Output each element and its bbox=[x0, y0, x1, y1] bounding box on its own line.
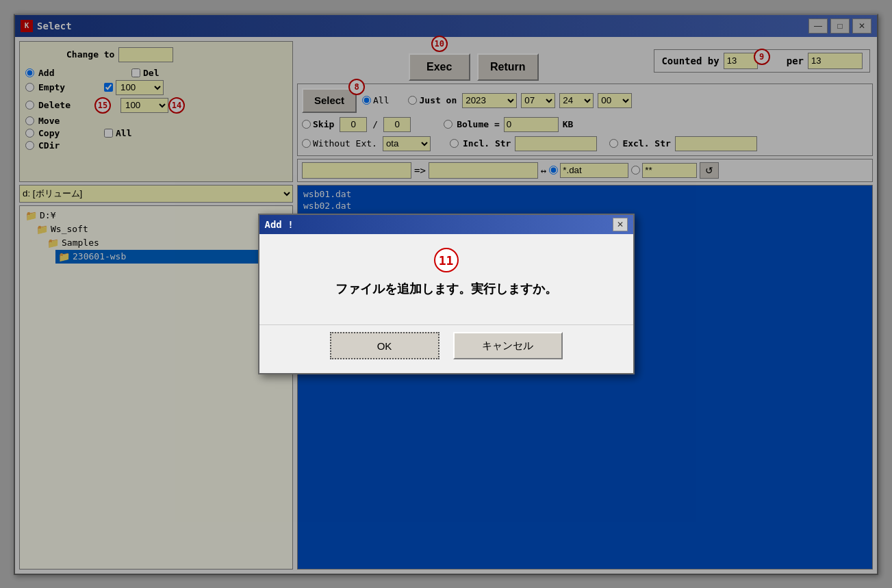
modal-close-button[interactable]: ✕ bbox=[613, 218, 628, 231]
modal-body: 11 ファイルを追加します。実行しますか。 bbox=[259, 234, 633, 324]
modal-title-bar: Add ! ✕ bbox=[259, 215, 633, 234]
modal-title: Add ! bbox=[265, 219, 294, 230]
modal-message: ファイルを追加します。実行しますか。 bbox=[280, 281, 613, 297]
ok-button[interactable]: OK bbox=[330, 332, 439, 359]
cancel-button[interactable]: キャンセル bbox=[453, 332, 563, 359]
modal-dialog: Add ! ✕ 11 ファイルを追加します。実行しますか。 OK キャンセル bbox=[258, 214, 635, 374]
modal-footer: OK キャンセル bbox=[259, 324, 633, 373]
modal-overlay: Add ! ✕ 11 ファイルを追加します。実行しますか。 OK キャンセル bbox=[0, 0, 892, 588]
badge-11: 11 bbox=[434, 248, 459, 272]
